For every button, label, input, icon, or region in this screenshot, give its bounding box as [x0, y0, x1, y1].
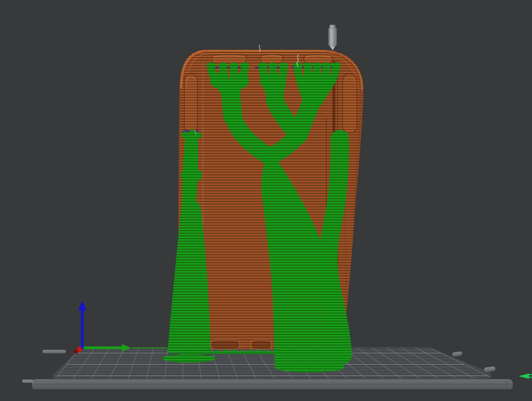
bottom-slot-2 — [251, 340, 272, 349]
top-ridge-3 — [304, 55, 332, 63]
finger-branch — [273, 66, 275, 102]
top-ridge-1 — [212, 55, 246, 63]
edge-marker-line-1 — [527, 374, 532, 375]
x-axis-knob — [77, 347, 82, 352]
bed-left-clip — [42, 350, 66, 353]
right-side-ridge — [343, 74, 357, 133]
bed-left-tab — [22, 379, 33, 383]
top-ridge-2 — [260, 55, 283, 63]
nozzle-body — [328, 28, 337, 45]
support-fingers — [207, 63, 341, 102]
finger-branch — [308, 66, 310, 102]
slicer-3d-viewport[interactable] — [0, 0, 532, 401]
left-column-bulge — [181, 167, 202, 183]
bottom-slot-1 — [211, 340, 240, 349]
support-foot-left — [162, 354, 216, 363]
edge-marker-line-2 — [527, 377, 532, 378]
bed-slab — [32, 379, 513, 390]
left-side-ridge — [184, 74, 197, 132]
